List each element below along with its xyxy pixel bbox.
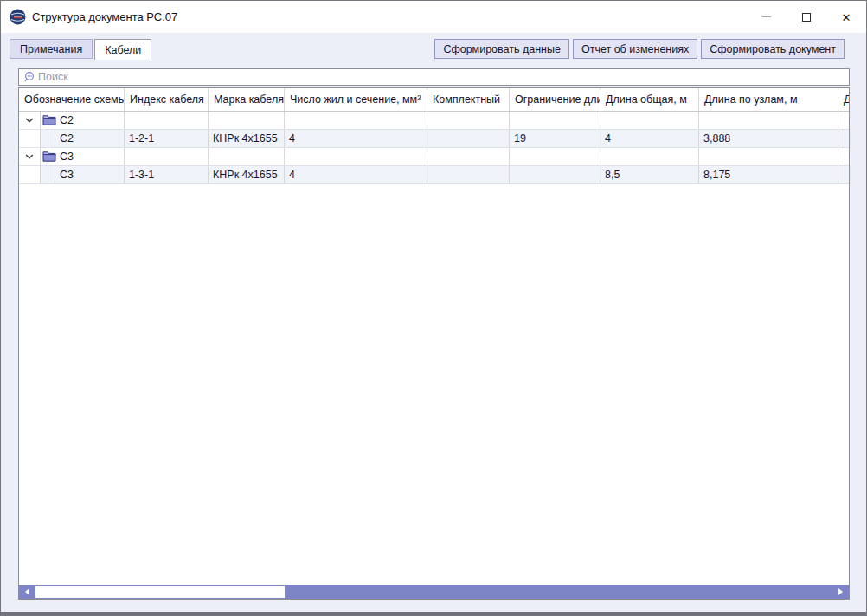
table-cell[interactable] [838, 148, 850, 165]
toolbar-button[interactable]: Отчет об изменениях [573, 39, 697, 59]
scroll-right-button[interactable] [833, 585, 849, 599]
column-header[interactable]: Обозначение схемы [19, 88, 125, 111]
group-row[interactable]: C3 [19, 148, 849, 166]
table-cell[interactable]: 1-2-1 [125, 130, 209, 147]
app-icon [10, 9, 26, 25]
table-cell[interactable]: 3,888 [699, 130, 838, 147]
toolbar-button[interactable]: Сформировать документ [701, 39, 845, 59]
folder-icon [42, 151, 56, 163]
table-cell[interactable] [699, 112, 838, 129]
table-cell[interactable] [510, 148, 600, 165]
table-row[interactable]: C31-3-1КНРк 4х165548,58,175 [19, 166, 849, 184]
table-cell[interactable]: 1-3-1 [125, 166, 209, 183]
row-gutter [19, 112, 41, 129]
tab-strip: ПримечанияКабели [10, 39, 153, 60]
column-header[interactable]: Длина общая, м [600, 88, 699, 111]
table-body: C2C21-2-1КНРк 4х165541943,888C3C31-3-1КН… [19, 112, 849, 184]
row-gutter [19, 166, 41, 183]
column-header[interactable]: Д [838, 88, 850, 111]
table-cell[interactable]: КНРк 4х1655 [209, 166, 285, 183]
group-cell[interactable]: C2 [41, 112, 125, 129]
maximize-icon [802, 13, 811, 22]
table-cell[interactable] [510, 112, 600, 129]
table-cell[interactable] [427, 112, 510, 129]
column-header[interactable]: Индекс кабеля [125, 88, 209, 111]
column-header[interactable]: Ограничение дли [510, 88, 600, 111]
chevron-down-icon[interactable] [25, 117, 34, 124]
table-cell[interactable]: C3 [55, 166, 125, 183]
table-cell[interactable]: 4 [285, 130, 427, 147]
scroll-left-button[interactable] [19, 585, 35, 599]
table-cell[interactable] [510, 166, 600, 183]
table-cell[interactable] [125, 112, 209, 129]
arrow-right-icon [838, 588, 846, 595]
title-bar: Структура документа РС.07 ✕ [1, 1, 866, 33]
maximize-button[interactable] [787, 1, 826, 33]
search-box[interactable] [18, 68, 850, 86]
window-resize-edge [1, 612, 866, 615]
table-row[interactable]: C21-2-1КНРк 4х165541943,888 [19, 130, 849, 148]
tab-active[interactable]: Кабели [94, 39, 151, 60]
row-gutter [19, 130, 41, 147]
row-gutter [19, 148, 41, 165]
table-cell[interactable]: 4 [285, 166, 427, 183]
table-header: Обозначение схемыИндекс кабеляМарка кабе… [19, 88, 849, 112]
folder-icon [42, 114, 56, 126]
table-cell[interactable] [209, 112, 285, 129]
table-cell[interactable]: 8,175 [699, 166, 838, 183]
table-cell[interactable] [838, 166, 850, 183]
window-controls: ✕ [747, 1, 866, 33]
table-cell[interactable] [285, 148, 427, 165]
group-label: C3 [60, 151, 74, 163]
column-header[interactable]: Марка кабеля [209, 88, 285, 111]
table-cell[interactable]: КНРк 4х1655 [209, 130, 285, 147]
app-window: Структура документа РС.07 ✕ ПримечанияКа… [0, 0, 867, 616]
table-cell[interactable] [209, 148, 285, 165]
tab-inactive[interactable]: Примечания [10, 39, 93, 59]
row-indent [41, 166, 55, 183]
chevron-down-icon[interactable] [25, 153, 34, 160]
row-indent [41, 130, 55, 147]
window-title: Структура документа РС.07 [32, 10, 177, 23]
arrow-left-icon [22, 588, 29, 595]
table-cell[interactable]: C2 [55, 130, 125, 147]
toolbar: Сформировать данныеОтчет об измененияхСф… [434, 39, 845, 59]
group-row[interactable]: C2 [19, 112, 849, 130]
search-input[interactable] [35, 71, 813, 83]
table-cell[interactable] [427, 130, 510, 147]
horizontal-scrollbar[interactable] [19, 585, 849, 599]
table-cell[interactable] [427, 166, 510, 183]
close-button[interactable]: ✕ [826, 1, 866, 33]
table-cell[interactable] [600, 112, 699, 129]
table-cell[interactable] [285, 112, 427, 129]
close-icon: ✕ [842, 10, 851, 25]
toolbar-button[interactable]: Сформировать данные [434, 39, 569, 59]
table-cell[interactable] [600, 148, 699, 165]
table-cell[interactable]: 19 [510, 130, 600, 147]
table-cell[interactable]: 4 [600, 130, 699, 147]
scrollbar-thumb[interactable] [35, 586, 285, 598]
scrollbar-track[interactable] [35, 585, 833, 599]
column-header[interactable]: Число жил и сечение, мм² [285, 88, 427, 111]
table-empty-area [19, 184, 849, 585]
minimize-icon [762, 16, 771, 17]
search-icon [22, 71, 35, 83]
table-cell[interactable] [838, 130, 850, 147]
column-header[interactable]: Комплектный [427, 88, 510, 111]
table-cell[interactable]: 8,5 [600, 166, 699, 183]
table-cell[interactable] [125, 148, 209, 165]
table-cell[interactable] [427, 148, 510, 165]
group-label: C2 [60, 114, 74, 126]
table-cell[interactable] [699, 148, 838, 165]
column-header[interactable]: Длина по узлам, м [699, 88, 838, 111]
cables-table: Обозначение схемыИндекс кабеляМарка кабе… [18, 87, 850, 600]
group-cell[interactable]: C3 [41, 148, 125, 165]
minimize-button[interactable] [747, 1, 787, 33]
table-cell[interactable] [838, 112, 850, 129]
